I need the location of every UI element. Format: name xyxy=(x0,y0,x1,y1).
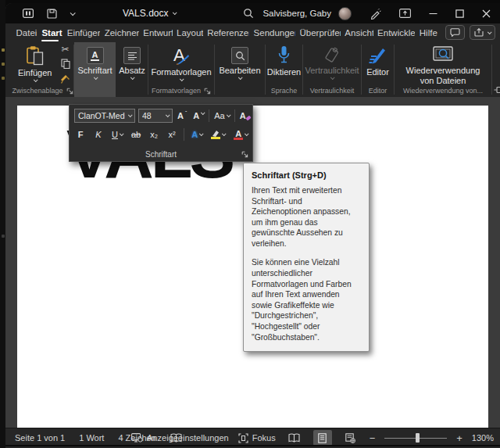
tab-referenzen[interactable]: Referenzen xyxy=(203,23,249,42)
tooltip-body: Sie können eine Vielzahl unterschiedlich… xyxy=(252,257,361,342)
document-title[interactable]: VALS.docx xyxy=(123,3,176,23)
ink-pen-icon[interactable] xyxy=(370,8,381,20)
tab-ansicht[interactable]: Ansicht xyxy=(341,23,373,42)
change-case-button[interactable]: Aa xyxy=(212,109,230,123)
tab-ueberpruefen[interactable]: Überprüfen xyxy=(295,23,341,42)
chevron-down-icon xyxy=(488,30,492,34)
ribbon-tab-row: Datei Start Einfügen Zeichnen Entwurf La… xyxy=(5,23,500,42)
tab-datei[interactable]: Datei xyxy=(12,23,38,42)
tab-entwickler[interactable]: Entwickler xyxy=(373,23,416,42)
chevron-down-icon xyxy=(238,75,243,80)
strikethrough-button[interactable]: ab xyxy=(130,127,142,142)
word-count[interactable]: 1 Wort xyxy=(79,433,104,443)
tab-sendungen[interactable]: Sendungen xyxy=(249,23,295,42)
subscript-button[interactable]: x₂ xyxy=(148,127,160,142)
paragraph-group-button[interactable]: Absatz xyxy=(116,42,148,97)
avatar[interactable] xyxy=(338,7,352,20)
grow-font-button[interactable]: Aˆ xyxy=(176,109,188,123)
highlight-color-button[interactable] xyxy=(209,127,227,142)
background-speck xyxy=(2,63,5,66)
tooltip-body: Ihren Text mit erweiterten Schriftart- u… xyxy=(252,185,361,249)
read-mode-button[interactable] xyxy=(285,430,304,446)
tab-entwurf[interactable]: Entwurf xyxy=(139,23,173,42)
highlighter-icon xyxy=(211,130,220,139)
superscript-button[interactable]: x² xyxy=(166,127,178,142)
screen: VALS.docx Salvisberg, Gaby xyxy=(0,0,500,448)
styles-button[interactable]: A Formatvorlagen xyxy=(148,42,214,81)
maximize-button[interactable] xyxy=(455,9,464,18)
status-bar: Seite 1 von 1 1 Wort 4 Zeichen Anzeigeei… xyxy=(5,428,500,446)
display-settings-button[interactable]: Anzeigeeinstellungen xyxy=(131,433,229,443)
clear-formatting-button[interactable]: A xyxy=(238,109,252,123)
font-flyout-panel: ClanOT-Mediu 48 Aˆ A Aa xyxy=(69,104,253,162)
tab-start[interactable]: Start xyxy=(38,23,62,42)
search-icon[interactable] xyxy=(243,8,254,19)
shrink-font-button[interactable]: A xyxy=(191,109,205,123)
editor-pen-icon xyxy=(369,45,388,66)
eraser-icon xyxy=(245,116,251,121)
dialog-launcher-icon[interactable] xyxy=(241,151,248,158)
font-size-combobox[interactable]: 48 xyxy=(138,109,173,123)
flyout-group-label: Schriftart xyxy=(70,150,252,159)
underline-button[interactable]: U xyxy=(110,127,124,142)
editing-group-button[interactable]: Bearbeiten xyxy=(215,42,265,97)
paste-button[interactable]: Einfügen xyxy=(18,42,52,82)
tab-layout[interactable]: Layout xyxy=(173,23,203,42)
focus-button[interactable]: Fokus xyxy=(238,433,276,443)
italic-button[interactable]: K xyxy=(92,127,105,142)
zoom-level[interactable]: 130% xyxy=(472,433,494,443)
toolbar-separator xyxy=(184,128,184,141)
paragraph-group-label: Absatz xyxy=(119,66,145,75)
tab-einfuegen[interactable]: Einfügen xyxy=(62,23,100,42)
zoom-out-button[interactable]: − xyxy=(370,432,376,444)
reuse-files-icon xyxy=(432,45,454,64)
text-effects-button[interactable]: A xyxy=(190,127,204,142)
comments-button[interactable] xyxy=(445,25,465,40)
account-name[interactable]: Salvisberg, Gaby xyxy=(262,9,331,18)
chevron-down-icon xyxy=(199,131,204,136)
minimize-button[interactable] xyxy=(429,9,438,18)
zoom-in-button[interactable]: + xyxy=(456,432,462,444)
format-painter-icon[interactable] xyxy=(60,74,70,84)
save-icon[interactable] xyxy=(47,9,57,19)
bold-button[interactable]: F xyxy=(74,127,87,142)
font-group-button[interactable]: A Schriftart xyxy=(74,42,116,97)
dialog-launcher-icon[interactable] xyxy=(66,88,73,95)
zoom-slider[interactable] xyxy=(384,433,447,443)
background-speck xyxy=(2,235,5,238)
tab-hilfe[interactable]: Hilfe xyxy=(415,23,438,42)
dialog-launcher-icon[interactable] xyxy=(204,88,211,95)
sensitivity-button[interactable]: Vertraulichkeit xyxy=(303,42,361,80)
group-label-editor: Editor xyxy=(362,87,394,95)
copy-icon[interactable] xyxy=(61,59,70,69)
tab-zeichnen[interactable]: Zeichnen xyxy=(100,23,139,42)
font-color-button[interactable]: A xyxy=(232,127,249,142)
share-button[interactable] xyxy=(470,25,495,40)
tooltip-schriftart: Schriftart (Strg+D) Ihren Text mit erwei… xyxy=(243,163,370,352)
sensitivity-badge-icon xyxy=(323,45,341,64)
app-launcher-icon[interactable] xyxy=(23,9,34,18)
pin-ribbon-icon[interactable] xyxy=(494,86,500,94)
background-window-sliver xyxy=(0,0,5,448)
print-layout-button[interactable] xyxy=(313,430,332,446)
styles-label: Formatvorlagen xyxy=(151,67,211,77)
quick-access-dropdown-icon[interactable] xyxy=(70,10,76,16)
background-speck xyxy=(2,77,5,80)
editor-button[interactable]: Editor xyxy=(362,42,394,77)
group-separator xyxy=(491,45,492,95)
font-icon: A xyxy=(87,47,104,64)
tooltip-title: Schriftart (Strg+D) xyxy=(252,170,361,180)
page-count[interactable]: Seite 1 von 1 xyxy=(15,433,65,443)
zoom-slider-thumb[interactable] xyxy=(416,433,420,443)
group-clipboard: Einfügen ✂ Zwischenablage xyxy=(12,42,73,97)
cut-icon[interactable]: ✂ xyxy=(61,45,69,53)
reuse-files-button[interactable]: Wiederverwendung von Dateien xyxy=(395,42,491,85)
web-layout-button[interactable] xyxy=(341,430,360,446)
font-name-combobox[interactable]: ClanOT-Mediu xyxy=(74,109,135,123)
background-speck xyxy=(2,48,5,52)
window-bottom-edge xyxy=(5,445,500,446)
dictate-button[interactable]: Diktieren xyxy=(266,42,302,77)
ribbon-display-options-icon[interactable] xyxy=(399,9,411,18)
close-button[interactable] xyxy=(482,9,491,18)
group-styles: A Formatvorlagen Formatvorlagen xyxy=(148,42,214,97)
